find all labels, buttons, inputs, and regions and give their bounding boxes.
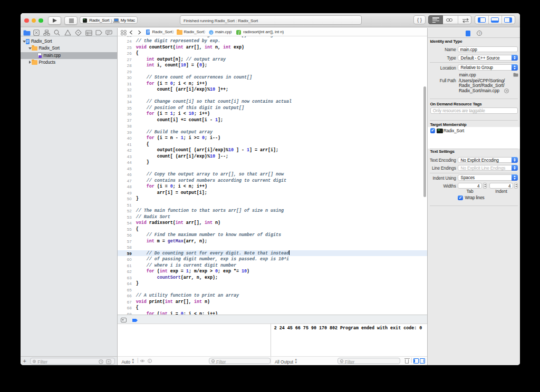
svg-text:c: c [210,31,212,34]
